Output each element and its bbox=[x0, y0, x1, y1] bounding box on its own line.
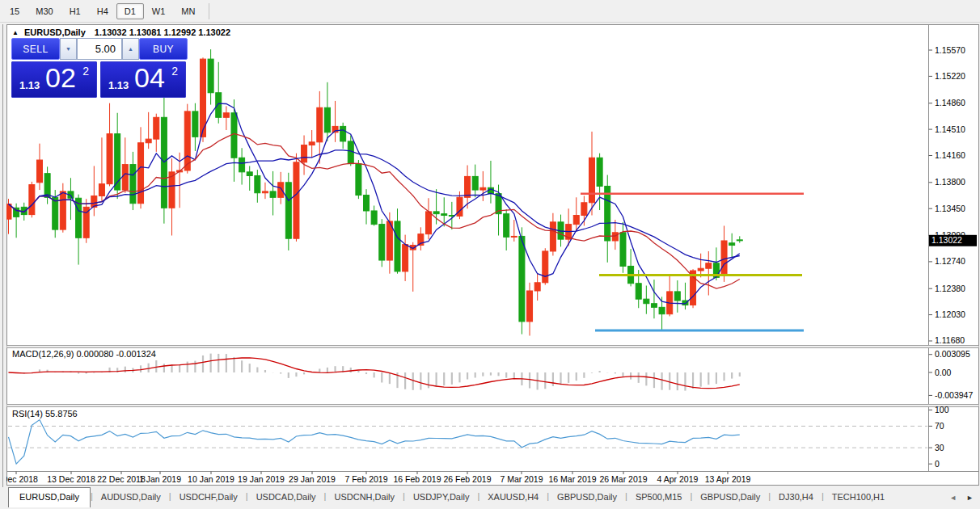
candle bbox=[729, 243, 735, 246]
candle bbox=[302, 145, 307, 162]
candle bbox=[332, 126, 338, 132]
date-axis-label: 10 Jan 2019 bbox=[188, 474, 234, 484]
date-axis-label: 16 Feb 2019 bbox=[394, 474, 441, 484]
buy-price-small: 1.13 bbox=[108, 79, 129, 91]
price-axis-label: 1.12740 bbox=[935, 256, 965, 266]
candle bbox=[192, 111, 198, 137]
candle bbox=[239, 158, 245, 172]
candle bbox=[465, 176, 471, 197]
sell-price-button[interactable]: 1.13 02 2 bbox=[11, 61, 97, 98]
panel-splitter-rsi[interactable] bbox=[7, 405, 979, 407]
macd-axis-label: -0.003947 bbox=[935, 390, 973, 400]
candle bbox=[706, 263, 712, 268]
chart-tab-sp500-m15[interactable]: SP500,M15 bbox=[627, 487, 690, 507]
candle bbox=[348, 141, 353, 164]
date-axis-label: 19 Jan 2019 bbox=[238, 474, 285, 484]
candle bbox=[356, 164, 361, 196]
timeframe-button-d1[interactable]: D1 bbox=[116, 3, 144, 19]
candle bbox=[573, 216, 579, 225]
candle bbox=[294, 162, 299, 238]
candle bbox=[130, 165, 136, 204]
price-axis-label: 1.12380 bbox=[935, 284, 965, 293]
price-axis-label: 1.12030 bbox=[935, 309, 965, 319]
chart-tab-usdjpy-daily[interactable]: USDJPY,Daily bbox=[405, 487, 478, 507]
rsi-indicator-label: RSI(14) 55.8756 bbox=[12, 409, 78, 419]
spin-up-icon: ▲ bbox=[128, 46, 133, 52]
chart-tab-usdcad-daily[interactable]: USDCAD,Daily bbox=[248, 487, 324, 507]
candle bbox=[597, 158, 602, 186]
chart-tabbar: EURUSD,Daily|AUDUSD,Daily|USDCHF,Daily|U… bbox=[0, 487, 980, 507]
candle bbox=[53, 197, 58, 229]
volume-input[interactable]: 5.00 bbox=[77, 38, 122, 60]
buy-button[interactable]: BUY bbox=[139, 38, 188, 60]
candle bbox=[737, 240, 742, 241]
sell-price-big: 02 bbox=[45, 62, 76, 94]
candle bbox=[433, 212, 439, 214]
window-edge bbox=[2, 24, 3, 487]
one-click-trading-panel: SELL ▼ 5.00 ▲ BUY 1.13 02 2 1.13 04 2 bbox=[11, 38, 189, 98]
candle bbox=[122, 165, 128, 190]
candle bbox=[403, 245, 408, 271]
chart-tab-eurusd-daily[interactable]: EURUSD,Daily bbox=[8, 487, 91, 507]
chart-tab-xauusd-h4[interactable]: XAUUSD,H4 bbox=[479, 487, 547, 507]
tab-scroll-right-icon[interactable]: ► bbox=[966, 494, 974, 502]
macd-values: 0.000080 -0.001324 bbox=[76, 349, 155, 359]
candle bbox=[340, 126, 346, 141]
collapse-triangle-icon[interactable]: ▲ bbox=[12, 29, 19, 36]
timeframe-button-w1[interactable]: W1 bbox=[144, 3, 174, 19]
candle bbox=[107, 134, 112, 184]
rsi-axis-label: 70 bbox=[935, 421, 944, 431]
candle bbox=[208, 59, 213, 93]
chart-tab-gbpusd-daily[interactable]: GBPUSD,Daily bbox=[692, 487, 768, 507]
candle bbox=[543, 251, 548, 283]
timeframe-button-mn[interactable]: MN bbox=[173, 3, 203, 19]
candle bbox=[364, 196, 370, 211]
macd-axis-label: 0.00 bbox=[935, 368, 952, 377]
chart-tab-audusd-daily[interactable]: AUDUSD,Daily bbox=[93, 487, 169, 507]
candle bbox=[519, 236, 525, 321]
timeframe-button-15[interactable]: 15 bbox=[2, 3, 27, 19]
tab-scroll-left-icon[interactable]: ◄ bbox=[949, 494, 957, 502]
candle bbox=[247, 172, 252, 176]
candle bbox=[504, 214, 509, 238]
volume-increase-button[interactable]: ▲ bbox=[122, 38, 139, 60]
timeframe-button-m30[interactable]: M30 bbox=[27, 3, 61, 19]
chart-title: ▲ EURUSD,Daily 1.13032 1.13081 1.12992 1… bbox=[12, 27, 230, 37]
candle bbox=[324, 107, 330, 133]
price-axis-label: 1.15570 bbox=[935, 45, 965, 55]
chart-tab-gbpusd-daily[interactable]: GBPUSD,Daily bbox=[549, 487, 625, 507]
date-axis-label: 26 Mar 2019 bbox=[600, 474, 648, 484]
sell-button[interactable]: SELL bbox=[11, 38, 60, 60]
candle bbox=[99, 184, 104, 196]
candle bbox=[425, 212, 431, 234]
sell-price-small: 1.13 bbox=[19, 79, 40, 91]
buy-price-button[interactable]: 1.13 04 2 bbox=[100, 61, 186, 98]
candle bbox=[379, 225, 385, 260]
date-axis-label: 29 Jan 2019 bbox=[289, 474, 336, 484]
panel-splitter-macd[interactable] bbox=[7, 346, 979, 348]
price-axis-label: 1.13800 bbox=[935, 177, 965, 187]
candle bbox=[698, 268, 703, 271]
chart-tab-tech100-h1[interactable]: TECH100,H1 bbox=[824, 487, 893, 507]
price-axis-label: 1.13450 bbox=[935, 204, 965, 213]
spin-down-icon: ▼ bbox=[65, 46, 71, 52]
candle bbox=[395, 221, 400, 271]
candle bbox=[76, 198, 82, 238]
macd-name: MACD(12,26,9) bbox=[12, 349, 74, 359]
candle bbox=[216, 93, 222, 118]
candle bbox=[21, 207, 27, 214]
candle bbox=[146, 139, 151, 143]
date-axis-label: 22 Dec 2018 bbox=[97, 474, 146, 484]
candle bbox=[270, 191, 276, 197]
candle bbox=[651, 304, 657, 308]
date-axis-label: 13 Apr 2019 bbox=[705, 474, 751, 484]
chart-tab-dj30-h4[interactable]: DJ30,H4 bbox=[771, 487, 822, 507]
volume-decrease-button[interactable]: ▼ bbox=[60, 38, 77, 60]
candle bbox=[138, 143, 144, 204]
chart-tab-usdchf-daily[interactable]: USDCHF,Daily bbox=[171, 487, 246, 507]
chart-tab-usdcnh-daily[interactable]: USDCNH,Daily bbox=[326, 487, 403, 507]
date-axis-label: 7 Mar 2019 bbox=[500, 474, 543, 484]
timeframe-button-h4[interactable]: H4 bbox=[89, 3, 116, 19]
timeframe-button-h1[interactable]: H1 bbox=[61, 3, 89, 19]
current-price-label: 1.13022 bbox=[931, 235, 962, 245]
